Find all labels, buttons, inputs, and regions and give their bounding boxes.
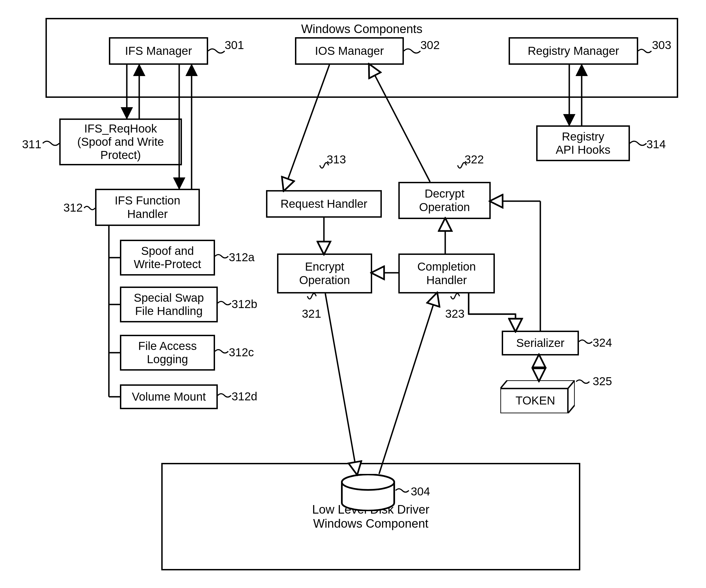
ref-324: 324 xyxy=(593,336,612,349)
ref-304: 304 xyxy=(411,485,430,498)
ref-302: 302 xyxy=(420,39,440,52)
token-label: TOKEN xyxy=(515,394,555,407)
ref-312c: 312c xyxy=(229,346,254,359)
ref-312d: 312d xyxy=(232,390,257,403)
disk-icon xyxy=(341,474,396,511)
decrypt-operation-l2: Operation xyxy=(419,201,470,214)
registry-api-hooks-box: Registry API Hooks xyxy=(536,125,630,161)
spoof-write-protect-l2: Write-Protect xyxy=(134,258,201,271)
file-access-logging-l2: Logging xyxy=(147,353,188,366)
ifs-function-handler-box: IFS Function Handler xyxy=(95,189,200,226)
ifs-manager-label: IFS Manager xyxy=(125,44,192,57)
special-swap-box: Special Swap File Handling xyxy=(120,287,218,322)
ref-322: 322 xyxy=(465,153,484,166)
completion-handler-box: Completion Handler xyxy=(398,253,495,293)
ifs-function-handler-l1: IFS Function xyxy=(115,194,180,207)
request-handler-label: Request Handler xyxy=(280,197,367,211)
ios-manager-box: IOS Manager xyxy=(295,37,404,65)
encrypt-operation-l2: Operation xyxy=(299,274,350,287)
ref-312: 312 xyxy=(64,201,83,214)
ref-312b: 312b xyxy=(232,298,257,311)
svg-point-5 xyxy=(342,474,394,490)
ref-325: 325 xyxy=(593,375,612,388)
volume-mount-label: Volume Mount xyxy=(132,390,206,404)
ios-manager-label: IOS Manager xyxy=(315,44,384,57)
decrypt-operation-box: Decrypt Operation xyxy=(398,182,491,219)
volume-mount-box: Volume Mount xyxy=(120,384,218,409)
encrypt-operation-l1: Encrypt xyxy=(305,260,344,273)
diagram-canvas: Windows Components IFS Manager 301 IOS M… xyxy=(0,0,706,588)
registry-manager-label: Registry Manager xyxy=(527,44,619,57)
ref-303: 303 xyxy=(652,39,671,52)
ifs-manager-box: IFS Manager xyxy=(109,37,208,65)
decrypt-operation-l1: Decrypt xyxy=(425,187,465,200)
spoof-write-protect-l1: Spoof and xyxy=(141,244,194,258)
ref-321: 321 xyxy=(302,307,321,321)
completion-handler-l2: Handler xyxy=(426,274,467,287)
file-access-logging-box: File Access Logging xyxy=(120,335,215,371)
encrypt-operation-box: Encrypt Operation xyxy=(277,253,372,293)
special-swap-l1: Special Swap xyxy=(134,291,204,304)
ifs-reqhook-box: IFS_ReqHook (Spoof and Write Protect) xyxy=(59,119,182,165)
serializer-box: Serializer xyxy=(502,331,579,355)
windows-components-title: Windows Components xyxy=(301,22,422,36)
svg-line-17 xyxy=(325,293,357,474)
file-access-logging-l1: File Access xyxy=(138,339,197,353)
ref-314: 314 xyxy=(646,138,666,151)
ifs-function-handler-l2: Handler xyxy=(127,208,168,221)
request-handler-box: Request Handler xyxy=(266,190,382,218)
ref-313: 313 xyxy=(327,153,346,166)
spoof-write-protect-box: Spoof and Write-Protect xyxy=(120,240,215,276)
registry-api-hooks-l1: Registry xyxy=(562,130,604,143)
ref-323: 323 xyxy=(445,307,465,321)
completion-handler-l1: Completion xyxy=(417,260,476,273)
svg-line-18 xyxy=(379,293,437,474)
ref-301: 301 xyxy=(225,39,244,52)
registry-manager-box: Registry Manager xyxy=(509,37,638,65)
ifs-reqhook-l3: Protect) xyxy=(100,149,141,162)
token-box: TOKEN xyxy=(500,380,575,413)
low-level-disk-driver-l2: Windows Component xyxy=(168,517,574,531)
special-swap-l2: File Handling xyxy=(135,304,203,318)
ref-311: 311 xyxy=(22,138,41,151)
serializer-label: Serializer xyxy=(516,336,564,350)
ifs-reqhook-l1: IFS_ReqHook xyxy=(84,122,157,135)
ifs-reqhook-l2: (Spoof and Write xyxy=(77,135,164,149)
registry-api-hooks-l2: API Hooks xyxy=(556,143,610,157)
ref-312a: 312a xyxy=(229,251,254,264)
